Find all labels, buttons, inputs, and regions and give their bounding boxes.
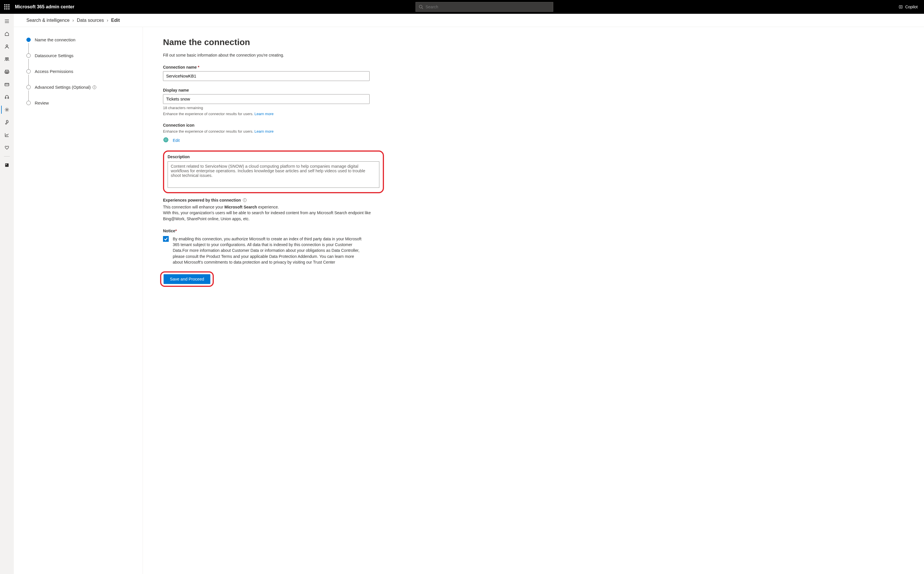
learn-more-link[interactable]: Learn more — [255, 129, 273, 134]
copilot-label: Copilot — [905, 5, 918, 9]
home-icon — [4, 31, 9, 36]
breadcrumb-current: Edit — [111, 18, 119, 23]
printer-icon — [4, 69, 9, 74]
step-dot-icon — [27, 38, 31, 42]
svg-rect-14 — [8, 97, 9, 98]
nav-devices[interactable] — [1, 66, 13, 77]
edit-icon-link[interactable]: Edit — [173, 138, 180, 143]
wizard-steps: Name the connection Datasource Settings … — [14, 27, 143, 574]
notice-checkbox[interactable] — [163, 236, 169, 242]
nav-teams[interactable] — [1, 54, 13, 65]
notice-section: Notice* By enabling this connection, you… — [163, 229, 384, 265]
search-input[interactable] — [426, 5, 550, 9]
description-label: Description — [168, 155, 379, 159]
heart-icon — [4, 145, 9, 150]
svg-point-7 — [7, 58, 9, 59]
svg-point-20 — [94, 86, 95, 87]
page-subtitle: Fill out some basic information about th… — [163, 53, 384, 57]
step-advanced-settings[interactable]: Advanced Settings (Optional) — [27, 85, 136, 101]
breadcrumb-l2[interactable]: Data sources — [77, 18, 104, 23]
nav-health[interactable] — [1, 142, 13, 153]
description-highlight: Description — [163, 150, 384, 193]
headset-icon — [4, 95, 9, 99]
nav-settings[interactable] — [1, 104, 13, 115]
save-highlight: Save and Proceed — [160, 271, 214, 287]
experiences-line1: This connection will enhance your Micros… — [163, 204, 384, 210]
breadcrumb: Search & intelligence › Data sources › E… — [14, 14, 924, 27]
experiences-label: Experiences powered by this connection — [163, 198, 384, 202]
app-icon — [4, 162, 9, 168]
person-icon — [4, 44, 9, 49]
servicenow-icon — [163, 137, 169, 144]
nav-billing[interactable] — [1, 79, 13, 90]
svg-point-6 — [5, 58, 7, 59]
nav-users[interactable] — [1, 41, 13, 52]
step-datasource-settings[interactable]: Datasource Settings — [27, 53, 136, 69]
notice-text: By enabling this connection, you authori… — [173, 236, 362, 265]
display-name-label: Display name — [163, 88, 384, 93]
experiences-line2: With this, your organization's users wil… — [163, 210, 384, 222]
connection-name-label: Connection name * — [163, 65, 384, 69]
form-panel: Name the connection Fill out some basic … — [143, 27, 401, 574]
svg-point-0 — [419, 5, 422, 8]
step-name-connection[interactable]: Name the connection — [27, 37, 136, 53]
app-launcher-icon[interactable] — [2, 2, 11, 11]
step-review[interactable]: Review — [27, 101, 136, 106]
svg-point-15 — [6, 109, 8, 110]
connection-name-input[interactable] — [163, 71, 369, 81]
step-dot-icon — [27, 85, 31, 89]
chars-remaining: 18 characters remaining — [163, 106, 384, 110]
nav-admin-centers[interactable] — [1, 159, 13, 171]
wrench-icon — [4, 120, 9, 125]
display-name-help: Enhance the experience of connector resu… — [163, 112, 384, 116]
nav-support[interactable] — [1, 91, 13, 103]
save-and-proceed-button[interactable]: Save and Proceed — [163, 274, 211, 284]
svg-rect-9 — [5, 71, 9, 73]
nav-home[interactable] — [1, 28, 13, 39]
copilot-button[interactable]: Copilot — [894, 4, 922, 9]
global-search[interactable] — [415, 2, 553, 12]
description-textarea[interactable] — [168, 161, 379, 188]
chevron-right-icon: › — [107, 18, 108, 23]
app-title: Microsoft 365 admin center — [15, 4, 74, 9]
svg-rect-16 — [5, 163, 9, 167]
search-icon — [419, 5, 423, 9]
left-nav — [0, 14, 14, 574]
check-icon — [164, 237, 168, 241]
nav-reports[interactable] — [1, 129, 13, 141]
svg-rect-11 — [5, 83, 9, 86]
learn-more-link[interactable]: Learn more — [255, 112, 273, 116]
step-label-text: Advanced Settings (Optional) — [35, 85, 91, 90]
display-name-input[interactable] — [163, 94, 369, 104]
svg-point-5 — [6, 45, 8, 47]
connection-icon-label: Connection icon — [163, 123, 384, 128]
app-header: Microsoft 365 admin center Copilot — [0, 0, 924, 14]
gear-icon — [4, 107, 9, 112]
svg-rect-17 — [6, 164, 6, 165]
icon-help: Enhance the experience of connector resu… — [163, 129, 384, 134]
breadcrumb-l1[interactable]: Search & intelligence — [27, 18, 69, 23]
page-title: Name the connection — [163, 37, 384, 47]
step-dot-icon — [27, 101, 31, 105]
info-icon — [243, 198, 247, 202]
nav-menu-toggle[interactable] — [1, 16, 13, 27]
step-dot-icon — [27, 69, 31, 74]
step-dot-icon — [27, 54, 31, 58]
svg-line-1 — [422, 8, 423, 9]
chevron-right-icon: › — [72, 18, 74, 23]
nav-setup[interactable] — [1, 117, 13, 128]
info-icon — [93, 85, 96, 89]
hamburger-icon — [4, 19, 9, 24]
people-icon — [4, 57, 9, 62]
copilot-icon — [898, 4, 904, 9]
svg-rect-13 — [5, 97, 6, 98]
nav-divider — [4, 156, 10, 156]
step-access-permissions[interactable]: Access Permissions — [27, 69, 136, 85]
chart-icon — [4, 132, 9, 137]
card-icon — [4, 82, 9, 87]
notice-label: Notice* — [163, 229, 384, 233]
